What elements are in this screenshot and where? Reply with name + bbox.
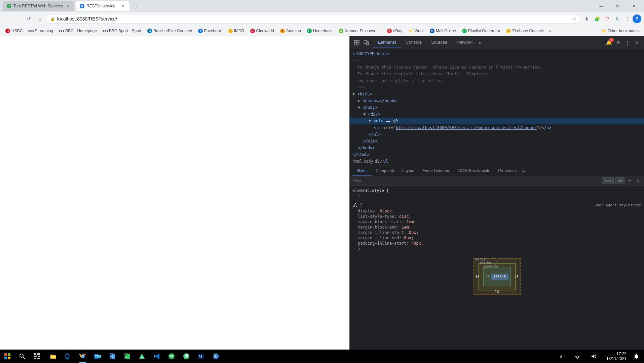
bookmarks-more-button[interactable]: » xyxy=(547,28,552,34)
tab-2-close[interactable]: ✕ xyxy=(120,3,125,9)
bookmark-work[interactable]: 📁 Work xyxy=(406,28,426,34)
bookmark-bbc-sport[interactable]: ●●● BBC Sport - Sport xyxy=(100,28,144,34)
bookmark-imdb[interactable]: I IMDB xyxy=(225,28,247,34)
bookmark-playlist-gen[interactable]: P Playlist Generator xyxy=(459,28,503,34)
bookmark-homebase[interactable]: H Homebase xyxy=(304,28,335,34)
styles-tab-styles[interactable]: Styles xyxy=(352,167,372,175)
dom-line-html-close[interactable]: </html> xyxy=(350,151,644,157)
dom-line-div-close[interactable]: </div> xyxy=(350,138,644,145)
taskbar-chrome[interactable] xyxy=(75,350,90,363)
adblock-button[interactable]: 🛡 xyxy=(602,14,612,24)
tab-1-close[interactable]: ✕ xyxy=(65,3,70,9)
dom-line-ul[interactable]: ▼ <ul> == $0 xyxy=(350,118,644,124)
filter-add-button[interactable]: + xyxy=(627,177,633,184)
dom-line-comment-2[interactable]: To change this template file, choose Too… xyxy=(350,71,644,77)
bookmark-komoot[interactable]: K Komoot Discover |... xyxy=(336,28,384,34)
forward-button[interactable]: → xyxy=(13,14,23,24)
styles-tab-event-listeners[interactable]: Event Listeners xyxy=(418,167,454,175)
devtools-settings-button[interactable]: ⚙ xyxy=(614,38,622,47)
back-button[interactable]: ← xyxy=(3,14,12,24)
breadcrumb-html[interactable]: html xyxy=(352,159,362,164)
search-taskbar-button[interactable] xyxy=(15,350,30,363)
devtools-close-button[interactable]: ✕ xyxy=(633,38,641,47)
restore-button[interactable]: ⧉ xyxy=(610,1,625,11)
bookmark-firebase[interactable]: F Firebase Console xyxy=(503,28,546,34)
volume-icon[interactable] xyxy=(586,350,601,363)
bookmark-facebook[interactable]: f Facebook xyxy=(195,28,225,34)
minimize-button[interactable]: — xyxy=(594,1,609,11)
taskbar-excel[interactable]: X xyxy=(120,350,135,363)
dom-line-div[interactable]: ▼ <div> xyxy=(350,111,644,118)
styles-filter-input[interactable] xyxy=(352,178,601,183)
profile-button[interactable]: P xyxy=(633,14,641,23)
filter-refresh-button[interactable]: ⊞ xyxy=(635,177,641,184)
bookmark-mail-online[interactable]: M Mail Online xyxy=(427,28,459,34)
dom-line-comment-open[interactable]: <!-- xyxy=(350,57,644,64)
inspect-element-button[interactable] xyxy=(352,38,361,47)
taskbar-edge[interactable] xyxy=(61,350,75,363)
taskbar-netbeans[interactable] xyxy=(209,350,223,363)
taskbar-whatsapp[interactable] xyxy=(179,350,194,363)
close-button[interactable]: ✕ xyxy=(626,1,641,11)
taskbar-clock[interactable]: 17:29 18/11/2021 xyxy=(604,350,629,362)
notifications-panel-button[interactable] xyxy=(629,350,644,363)
start-button[interactable] xyxy=(0,350,15,363)
filter-cls-button[interactable]: .cls xyxy=(615,177,626,184)
dom-line-html[interactable]: ▼ <html> xyxy=(350,91,644,97)
taskbar-word[interactable]: W xyxy=(105,350,120,363)
other-bookmarks[interactable]: 📁 Other bookmarks xyxy=(599,28,641,34)
dom-line-ul-close[interactable]: </ul> xyxy=(350,131,644,138)
task-view-button[interactable] xyxy=(30,350,44,363)
bookmark-star-icon[interactable]: ☆ xyxy=(572,16,576,22)
taskbar-android-studio[interactable] xyxy=(135,350,149,363)
settings-button[interactable]: ⋮ xyxy=(622,14,632,24)
responsive-mode-button[interactable] xyxy=(362,38,371,47)
styles-tab-properties[interactable]: Properties xyxy=(494,167,521,175)
kaspersky-button[interactable]: K xyxy=(612,14,622,24)
devtools-tabs-more[interactable]: » xyxy=(477,38,483,48)
home-button[interactable]: ⌂ xyxy=(35,14,44,24)
devtools-tab-elements[interactable]: Elements xyxy=(373,38,401,47)
bookmark-hsbc[interactable]: H HSBC xyxy=(3,28,25,34)
breadcrumb-body[interactable]: body xyxy=(364,159,373,164)
extensions-button[interactable]: 🧩 xyxy=(592,14,602,24)
taskbar-terminal[interactable]: PS xyxy=(194,350,209,363)
address-bar[interactable]: 🔒 localhost:8080/RESTservice/ ☆ xyxy=(46,14,581,24)
dom-line-doctype[interactable]: <!DOCTYPE html> xyxy=(350,50,644,57)
taskbar-outlook[interactable] xyxy=(90,350,105,363)
bookmark-amazon[interactable]: a Amazon xyxy=(277,28,304,34)
bookmark-bosch[interactable]: B Bosch eBike Connect xyxy=(145,28,195,34)
bookmark-streaming[interactable]: ●●● Streaming xyxy=(26,28,56,34)
styles-tab-dom-breakpoints[interactable]: DOM Breakpoints xyxy=(454,167,494,175)
devtools-more-button[interactable]: ⋮ xyxy=(623,38,632,47)
filter-hov-button[interactable]: :hov xyxy=(602,177,614,184)
dom-line-comment-1[interactable]: To change this license header, choose Li… xyxy=(350,64,644,71)
taskbar-explorer[interactable] xyxy=(46,350,61,363)
devtools-tab-sources[interactable]: Sources xyxy=(426,38,452,47)
download-button[interactable]: ⬇ xyxy=(582,14,592,24)
tab-1[interactable]: T Test RESTful Web Services ✕ xyxy=(3,1,74,11)
dom-line-comment-close[interactable]: --> xyxy=(350,84,644,91)
dom-line-head[interactable]: ▶ <head>…</head> xyxy=(350,97,644,104)
styles-tab-computed[interactable]: Computed xyxy=(372,167,398,175)
tab-2[interactable]: R RESTful service ✕ xyxy=(76,1,129,11)
dom-line-body[interactable]: ▼ <body> xyxy=(350,104,644,111)
breadcrumb-div[interactable]: div xyxy=(375,159,382,164)
bookmark-cineworld[interactable]: C Cineworld xyxy=(248,28,277,34)
dom-line-body-close[interactable]: </body> xyxy=(350,145,644,151)
show-hidden-icons-button[interactable]: ∧ xyxy=(554,350,569,363)
refresh-button[interactable]: ↺ xyxy=(24,14,34,24)
devtools-tab-console[interactable]: Console xyxy=(401,38,426,47)
taskbar-vscode[interactable] xyxy=(149,350,164,363)
taskbar-spotify[interactable] xyxy=(164,350,179,363)
devtools-tab-network[interactable]: Network xyxy=(452,38,478,47)
styles-tab-layout[interactable]: Layout xyxy=(398,167,418,175)
dom-tree[interactable]: <!DOCTYPE html> <!-- To change this lice… xyxy=(350,49,644,157)
new-tab-button[interactable]: + xyxy=(132,1,142,11)
bookmark-bbc-home[interactable]: ●●● BBC - Homepage xyxy=(56,28,100,34)
dom-line-comment-3[interactable]: and open the template in the editor. xyxy=(350,77,644,84)
breadcrumb-ul[interactable]: ul xyxy=(383,159,388,164)
bookmark-ebay[interactable]: e eBay xyxy=(384,28,405,34)
network-icon[interactable] xyxy=(570,350,585,363)
dom-line-a[interactable]: <a href="http://localhost:8080/RESTservi… xyxy=(350,124,644,131)
